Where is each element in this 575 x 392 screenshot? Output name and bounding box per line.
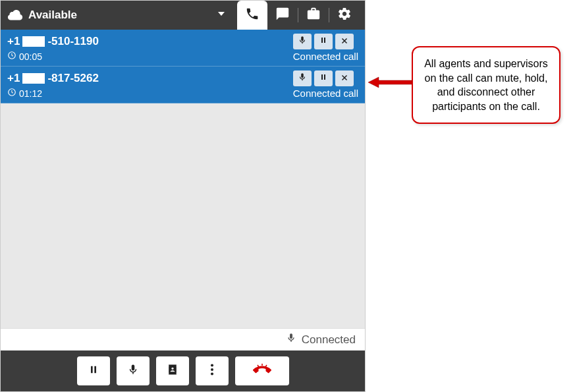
clock-icon xyxy=(7,88,16,99)
call-actions xyxy=(293,70,358,86)
chat-icon xyxy=(275,7,290,24)
mute-button[interactable] xyxy=(293,70,312,86)
call-list: +1 -510-1190 xyxy=(1,30,365,103)
tab-tasks[interactable] xyxy=(298,1,329,30)
tab-settings[interactable] xyxy=(329,1,360,30)
call-number-suffix: -817-5262 xyxy=(47,72,99,85)
annotation-callout: All agents and supervisors on the call c… xyxy=(412,46,561,124)
phone-icon xyxy=(245,7,260,24)
tab-chat[interactable] xyxy=(267,1,298,30)
contacts-icon xyxy=(166,362,179,379)
dialpad-button[interactable] xyxy=(156,356,189,385)
ccp-panel: Available xyxy=(0,0,366,392)
body-area xyxy=(1,103,365,328)
pause-icon xyxy=(319,36,327,47)
footer-controls xyxy=(1,350,365,391)
callout-text: All agents and supervisors on the call c… xyxy=(424,58,548,112)
duration-text: 01:12 xyxy=(19,88,42,99)
call-row[interactable]: +1 -817-5262 xyxy=(1,67,365,103)
connection-status-bar: Connected xyxy=(1,328,365,350)
call-status: Connected call xyxy=(293,51,358,62)
status-text: Available xyxy=(28,9,77,22)
microphone-icon xyxy=(127,362,139,379)
call-number: +1 -510-1190 xyxy=(7,34,293,49)
end-call-button[interactable] xyxy=(235,356,289,385)
call-number: +1 -817-5262 xyxy=(7,70,293,86)
mute-all-button[interactable] xyxy=(117,356,150,385)
disconnect-button[interactable] xyxy=(335,34,354,49)
mute-button[interactable] xyxy=(293,34,312,49)
svg-point-2 xyxy=(210,364,213,367)
svg-point-3 xyxy=(210,368,213,371)
pause-icon xyxy=(319,72,327,84)
annotation-arrow xyxy=(367,74,413,94)
briefcase-icon xyxy=(306,7,321,24)
call-number-suffix: -510-1190 xyxy=(47,35,99,48)
svg-point-4 xyxy=(210,372,213,375)
header-tabs xyxy=(237,1,360,30)
header-bar: Available xyxy=(1,1,365,30)
call-row[interactable]: +1 -510-1190 xyxy=(1,30,365,67)
duration-text: 00:05 xyxy=(19,51,42,62)
call-number-prefix: +1 xyxy=(7,72,20,85)
call-status: Connected call xyxy=(293,88,358,99)
chevron-down-icon[interactable] xyxy=(216,9,227,22)
call-duration: 00:05 xyxy=(7,51,293,62)
close-icon xyxy=(341,72,348,84)
call-actions xyxy=(293,34,358,49)
redacted-area xyxy=(22,73,45,84)
connection-status-text: Connected xyxy=(302,333,356,347)
pause-icon xyxy=(88,363,99,379)
call-number-prefix: +1 xyxy=(7,35,20,48)
cloud-icon xyxy=(7,7,23,23)
tab-phone[interactable] xyxy=(237,1,267,30)
agent-status-dropdown[interactable]: Available xyxy=(7,7,211,23)
microphone-icon xyxy=(286,332,296,347)
clock-icon xyxy=(7,51,16,62)
close-icon xyxy=(341,36,348,47)
hold-all-button[interactable] xyxy=(77,356,110,385)
gear-icon xyxy=(337,7,352,24)
more-button[interactable] xyxy=(196,356,229,385)
microphone-icon xyxy=(298,35,307,48)
more-vertical-icon xyxy=(210,362,214,379)
microphone-icon xyxy=(298,72,307,85)
call-duration: 01:12 xyxy=(7,88,293,99)
redacted-area xyxy=(22,36,45,47)
hangup-icon xyxy=(252,362,272,379)
hold-button[interactable] xyxy=(314,70,333,86)
hold-button[interactable] xyxy=(314,34,333,49)
disconnect-button[interactable] xyxy=(335,70,354,86)
